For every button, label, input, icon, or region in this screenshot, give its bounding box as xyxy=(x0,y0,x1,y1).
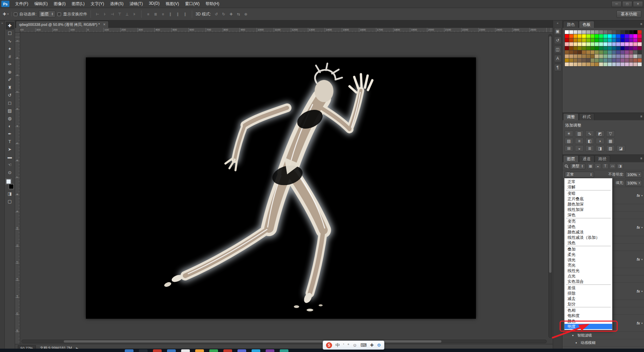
workspace-switcher[interactable]: 基本功能 xyxy=(616,10,641,18)
color-swatch[interactable] xyxy=(586,46,590,50)
taskbar-app-icon[interactable] xyxy=(195,349,204,352)
color-swatch[interactable] xyxy=(612,46,616,50)
3d-slide-icon[interactable]: ⇆ xyxy=(235,11,242,17)
color-swatch[interactable] xyxy=(586,34,590,38)
color-swatch[interactable] xyxy=(599,30,603,34)
color-swatch[interactable] xyxy=(638,54,642,58)
smart-filters-row[interactable]: ●智能滤镜 xyxy=(562,332,644,339)
posterize-icon[interactable]: ≣ xyxy=(585,145,594,151)
color-swatch[interactable] xyxy=(569,46,573,50)
color-swatch[interactable] xyxy=(565,38,569,42)
color-swatch[interactable] xyxy=(586,38,590,42)
distribute-bottom-icon[interactable]: ≡ xyxy=(160,11,166,17)
filter-visibility-eye-icon[interactable]: ● xyxy=(571,334,575,337)
color-swatch[interactable] xyxy=(621,34,625,38)
ime-mode-chinese[interactable]: 中 xyxy=(335,342,340,348)
blend-mode-option-实色混合[interactable]: 实色混合 xyxy=(565,279,612,284)
color-swatch[interactable] xyxy=(595,50,599,54)
brush-tool[interactable]: ✐ xyxy=(6,76,14,84)
color-swatch[interactable] xyxy=(625,30,629,34)
layer-fx-badge[interactable]: fx▾ xyxy=(637,225,643,229)
dock-collapse-icon[interactable]: « xyxy=(557,21,558,25)
menu-窗口(W)[interactable]: 窗口(W) xyxy=(182,0,203,8)
selective-color-icon[interactable]: ◪ xyxy=(616,145,625,151)
color-swatch[interactable] xyxy=(574,62,578,66)
tab-close-icon[interactable]: × xyxy=(103,22,105,27)
color-swatch[interactable] xyxy=(578,30,582,34)
color-swatch[interactable] xyxy=(629,34,633,38)
vibrance-icon[interactable]: ▽ xyxy=(606,130,615,137)
menu-滤镜(T)[interactable]: 滤镜(T) xyxy=(126,0,146,8)
color-swatch[interactable] xyxy=(621,50,625,54)
filter-type-icon[interactable]: T xyxy=(602,163,608,169)
color-swatch[interactable] xyxy=(625,54,629,58)
filter-adjustment-icon[interactable]: ◒ xyxy=(595,163,601,169)
minimize-button[interactable]: ─ xyxy=(611,1,622,7)
auto-select-checkbox[interactable] xyxy=(14,12,17,16)
color-swatch[interactable] xyxy=(569,62,573,66)
3d-scale-icon[interactable]: ⊕ xyxy=(243,11,249,17)
color-swatch[interactable] xyxy=(629,46,633,50)
color-swatch[interactable] xyxy=(565,30,569,34)
color-swatch[interactable] xyxy=(603,50,607,54)
blend-mode-option-叠加[interactable]: 叠加 xyxy=(565,247,612,252)
ime-toolbar[interactable]: S 中’°☺⌨✚⚙ xyxy=(323,341,384,350)
filter-smartobject-icon[interactable]: ◨ xyxy=(617,163,623,169)
chevron-down-icon[interactable]: ▾ xyxy=(641,322,643,325)
layer-fx-badge[interactable]: fx▾ xyxy=(637,289,643,293)
color-swatch[interactable] xyxy=(591,50,595,54)
eyedropper-tool[interactable]: ✑ xyxy=(6,60,14,68)
blend-mode-option-变亮[interactable]: 变亮 xyxy=(565,219,612,224)
color-swatch[interactable] xyxy=(582,50,586,54)
distribute-center-icon[interactable]: ∥ xyxy=(174,11,181,17)
3d-drag-icon[interactable]: ✚ xyxy=(228,11,234,17)
blend-mode-option-正片叠底[interactable]: 正片叠底 xyxy=(565,196,612,202)
color-swatch[interactable] xyxy=(569,58,573,62)
history-brush-tool[interactable]: ↺ xyxy=(6,91,14,99)
color-swatch[interactable] xyxy=(629,62,633,66)
move-tool[interactable]: ✚ xyxy=(6,22,14,30)
taskbar-app-icon[interactable] xyxy=(223,349,232,352)
layers-panel-menu-icon[interactable]: ≡ xyxy=(640,157,642,160)
color-swatch[interactable] xyxy=(616,62,620,66)
shape-tool[interactable]: ▬ xyxy=(6,153,14,161)
align-left-icon[interactable]: ⊢ xyxy=(94,11,101,17)
color-swatch[interactable] xyxy=(569,38,573,42)
horizontal-scrollbar[interactable] xyxy=(21,340,547,343)
chevron-down-icon[interactable]: ▾ xyxy=(641,258,643,261)
menu-帮助(H)[interactable]: 帮助(H) xyxy=(203,0,222,8)
color-swatch[interactable] xyxy=(638,58,642,62)
menu-3D(D)[interactable]: 3D(D) xyxy=(146,0,163,8)
brightness-contrast-icon[interactable]: ☀ xyxy=(565,130,573,137)
color-swatch[interactable] xyxy=(586,50,590,54)
color-swatch[interactable] xyxy=(591,30,595,34)
3d-roll-icon[interactable]: ↻ xyxy=(220,11,227,17)
align-top-icon[interactable]: ⊤ xyxy=(116,11,123,17)
ime-settings[interactable]: ⚙ xyxy=(377,343,381,348)
color-tab-色板[interactable]: 色板 xyxy=(579,21,594,28)
color-swatch[interactable] xyxy=(595,30,599,34)
taskbar-app-icon[interactable] xyxy=(167,349,176,352)
foreground-color-swatch[interactable] xyxy=(6,179,11,184)
color-swatch[interactable] xyxy=(565,46,569,50)
color-swatch[interactable] xyxy=(608,62,612,66)
color-swatch[interactable] xyxy=(629,50,633,54)
lasso-tool[interactable]: ∿ xyxy=(6,37,14,45)
chevron-down-icon[interactable]: ▾ xyxy=(641,194,643,197)
exposure-icon[interactable]: ◩ xyxy=(596,130,604,137)
color-swatch[interactable] xyxy=(569,30,573,34)
color-swatch[interactable] xyxy=(633,42,637,46)
background-color-swatch[interactable] xyxy=(9,184,14,189)
color-swatch[interactable] xyxy=(621,62,625,66)
channel-mixer-icon[interactable]: ▦ xyxy=(606,138,615,144)
color-swatch[interactable] xyxy=(616,46,620,50)
color-swatch[interactable] xyxy=(591,54,595,58)
color-swatch[interactable] xyxy=(633,62,637,66)
dodge-tool[interactable]: ◐ xyxy=(6,122,14,130)
color-swatch[interactable] xyxy=(565,58,569,62)
color-swatch[interactable] xyxy=(599,34,603,38)
align-middle-icon[interactable]: ⊥ xyxy=(124,11,130,17)
color-swatch[interactable] xyxy=(608,46,612,50)
color-swatch[interactable] xyxy=(612,34,616,38)
ime-keyboard[interactable]: ⌨ xyxy=(360,343,367,348)
